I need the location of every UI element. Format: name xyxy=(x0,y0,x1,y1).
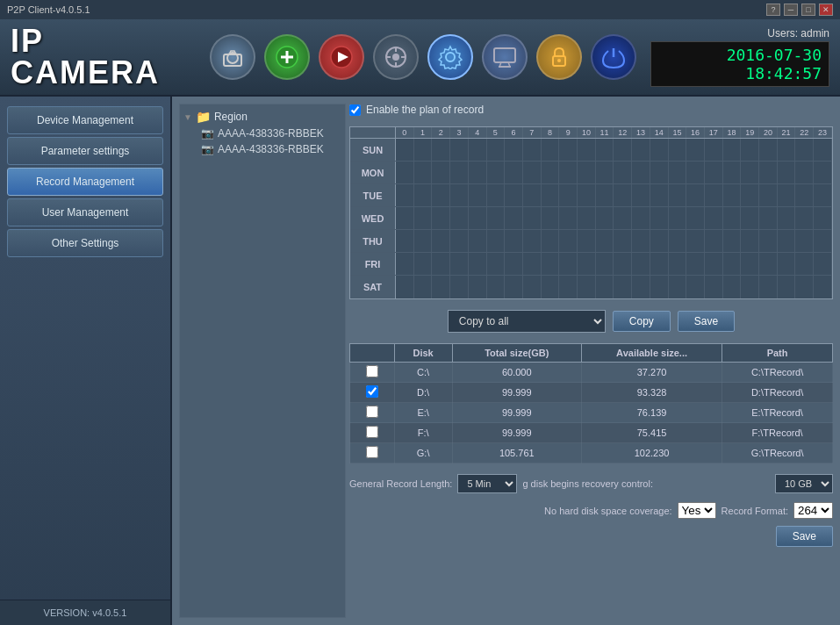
time-cell-mon-6[interactable] xyxy=(505,162,523,183)
time-cell-tue-4[interactable] xyxy=(469,184,487,206)
general-record-select[interactable]: 5 Min 10 Min 15 Min 30 Min xyxy=(457,474,517,493)
time-cell-sat-15[interactable] xyxy=(669,276,687,298)
time-cell-thu-17[interactable] xyxy=(705,230,723,252)
time-cell-wed-22[interactable] xyxy=(795,207,814,229)
time-cell-sat-5[interactable] xyxy=(487,276,506,298)
time-cell-fri-22[interactable] xyxy=(795,253,814,275)
time-cell-mon-19[interactable] xyxy=(741,162,759,183)
time-cell-wed-7[interactable] xyxy=(523,207,542,229)
time-cell-mon-1[interactable] xyxy=(414,162,433,183)
time-cell-fri-11[interactable] xyxy=(596,253,614,275)
time-cell-mon-18[interactable] xyxy=(723,162,742,183)
time-cell-fri-4[interactable] xyxy=(469,253,487,275)
time-cell-fri-5[interactable] xyxy=(487,253,506,275)
time-cell-mon-22[interactable] xyxy=(795,162,814,183)
time-cell-fri-7[interactable] xyxy=(523,253,542,275)
time-cell-sun-20[interactable] xyxy=(759,139,778,161)
time-cell-sun-14[interactable] xyxy=(650,139,669,161)
sidebar-item-user-management[interactable]: User Management xyxy=(7,198,163,226)
time-cell-fri-10[interactable] xyxy=(578,253,596,275)
time-cell-wed-16[interactable] xyxy=(686,207,705,229)
add-icon-btn[interactable] xyxy=(264,34,310,80)
time-cell-sun-0[interactable] xyxy=(396,139,414,161)
close-button[interactable]: ✕ xyxy=(819,4,833,16)
time-cell-sun-23[interactable] xyxy=(814,139,832,161)
expand-icon[interactable]: ▼ xyxy=(183,112,192,122)
time-cell-thu-11[interactable] xyxy=(596,230,614,252)
time-cell-mon-11[interactable] xyxy=(596,162,614,183)
time-cell-fri-12[interactable] xyxy=(614,253,632,275)
time-cell-wed-2[interactable] xyxy=(432,207,450,229)
time-cell-tue-15[interactable] xyxy=(669,184,687,206)
time-cell-sat-12[interactable] xyxy=(614,276,632,298)
time-cell-sat-21[interactable] xyxy=(778,276,796,298)
time-cell-mon-14[interactable] xyxy=(650,162,669,183)
time-cell-wed-5[interactable] xyxy=(487,207,506,229)
time-cell-tue-22[interactable] xyxy=(795,184,814,206)
time-cell-sun-17[interactable] xyxy=(705,139,723,161)
time-cell-mon-16[interactable] xyxy=(686,162,705,183)
time-cell-sun-22[interactable] xyxy=(795,139,814,161)
time-cell-thu-0[interactable] xyxy=(396,230,414,252)
time-cell-mon-10[interactable] xyxy=(578,162,596,183)
time-cell-thu-19[interactable] xyxy=(741,230,759,252)
time-cell-sat-6[interactable] xyxy=(505,276,523,298)
time-cell-wed-23[interactable] xyxy=(814,207,832,229)
no-hdd-select[interactable]: Yes No xyxy=(678,502,716,519)
time-cell-thu-21[interactable] xyxy=(778,230,796,252)
time-cell-mon-17[interactable] xyxy=(705,162,723,183)
time-cell-mon-3[interactable] xyxy=(450,162,469,183)
time-cell-sun-3[interactable] xyxy=(450,139,469,161)
time-cell-mon-21[interactable] xyxy=(778,162,796,183)
record-format-select[interactable]: 264 AVI xyxy=(793,502,833,519)
time-cell-fri-13[interactable] xyxy=(632,253,650,275)
time-cell-sun-7[interactable] xyxy=(523,139,542,161)
copy-to-select[interactable]: Copy to all xyxy=(448,310,606,333)
time-cell-thu-18[interactable] xyxy=(723,230,742,252)
disk-checkbox-0[interactable] xyxy=(366,365,378,377)
time-cell-sat-9[interactable] xyxy=(559,276,578,298)
time-cell-thu-3[interactable] xyxy=(450,230,469,252)
time-cell-mon-0[interactable] xyxy=(396,162,414,183)
time-cell-tue-16[interactable] xyxy=(686,184,705,206)
time-cell-fri-2[interactable] xyxy=(432,253,450,275)
time-cell-sun-19[interactable] xyxy=(741,139,759,161)
ptz-icon-btn[interactable] xyxy=(373,34,419,80)
time-cell-sun-2[interactable] xyxy=(432,139,450,161)
time-cell-thu-23[interactable] xyxy=(814,230,832,252)
time-cell-tue-19[interactable] xyxy=(741,184,759,206)
time-cell-sat-3[interactable] xyxy=(450,276,469,298)
time-cell-thu-9[interactable] xyxy=(559,230,578,252)
time-cell-fri-18[interactable] xyxy=(723,253,742,275)
tree-item-1[interactable]: 📷 AAAA-438336-RBBEK xyxy=(183,141,341,157)
time-cell-wed-18[interactable] xyxy=(723,207,742,229)
save-bottom-button[interactable]: Save xyxy=(776,526,833,547)
time-cell-wed-12[interactable] xyxy=(614,207,632,229)
time-cell-fri-9[interactable] xyxy=(559,253,578,275)
time-cell-thu-10[interactable] xyxy=(578,230,596,252)
time-cell-thu-7[interactable] xyxy=(523,230,542,252)
time-cell-wed-21[interactable] xyxy=(778,207,796,229)
time-cell-tue-23[interactable] xyxy=(814,184,832,206)
time-cell-sun-5[interactable] xyxy=(487,139,506,161)
time-cell-mon-7[interactable] xyxy=(523,162,542,183)
monitor-icon-btn[interactable] xyxy=(482,34,528,80)
time-cell-sat-1[interactable] xyxy=(414,276,433,298)
time-cell-thu-22[interactable] xyxy=(795,230,814,252)
time-cell-sun-6[interactable] xyxy=(505,139,523,161)
time-cell-mon-12[interactable] xyxy=(614,162,632,183)
time-cell-thu-5[interactable] xyxy=(487,230,506,252)
time-cell-sun-10[interactable] xyxy=(578,139,596,161)
disk-checkbox-3[interactable] xyxy=(366,426,378,438)
time-cell-tue-14[interactable] xyxy=(650,184,669,206)
time-cell-wed-19[interactable] xyxy=(741,207,759,229)
time-cell-sun-15[interactable] xyxy=(669,139,687,161)
time-cell-tue-17[interactable] xyxy=(705,184,723,206)
playback-icon-btn[interactable] xyxy=(319,34,364,80)
time-cell-fri-3[interactable] xyxy=(450,253,469,275)
time-cell-fri-0[interactable] xyxy=(396,253,414,275)
time-cell-tue-1[interactable] xyxy=(414,184,433,206)
time-cell-sat-19[interactable] xyxy=(741,276,759,298)
time-cell-tue-18[interactable] xyxy=(723,184,742,206)
time-cell-wed-8[interactable] xyxy=(542,207,560,229)
